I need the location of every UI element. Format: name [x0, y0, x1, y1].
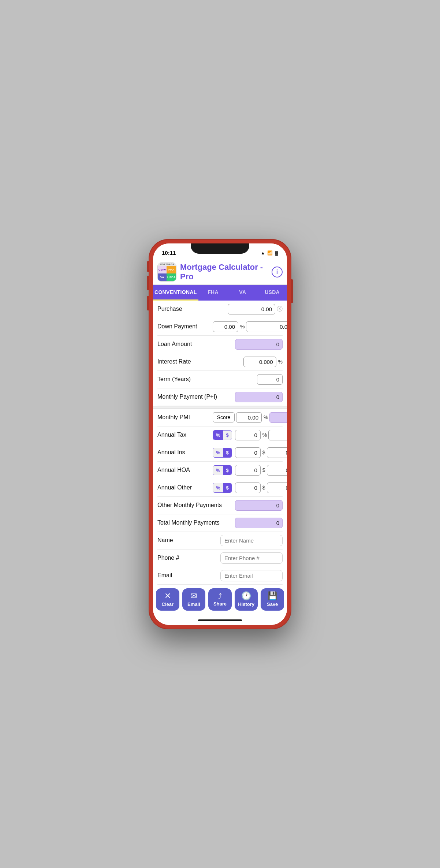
purchase-input[interactable]: 0.00 — [228, 304, 275, 314]
logo-fha: FHA — [167, 266, 176, 273]
down-payment-label: Down Payment — [157, 323, 210, 330]
total-monthly-input: 0 — [235, 518, 283, 528]
email-button[interactable]: ✉ Email — [182, 588, 206, 611]
save-label: Save — [267, 601, 278, 607]
phone-input[interactable] — [220, 552, 283, 564]
form-section-2: Monthly PMI Score 0.00 % 0 Annual Tax % — [153, 409, 287, 585]
logo-top-text: MORTGAGE — [158, 263, 176, 266]
annual-tax-amt-input[interactable]: 0.00 — [268, 430, 287, 440]
ins-pct-toggle[interactable]: % — [213, 448, 223, 457]
annual-ins-suffix: $ — [262, 450, 265, 455]
down-payment-pct-input[interactable]: 0.00 — [213, 321, 238, 332]
annual-other-amt-input[interactable]: 0.00 — [267, 483, 287, 493]
phone-row: Phone # — [157, 550, 283, 567]
loan-amount-inputs: 0 — [213, 339, 283, 350]
status-time: 10:11 — [162, 250, 176, 256]
annual-hoa-val-input[interactable]: 0 — [235, 465, 261, 476]
term-years-input[interactable]: 0 — [257, 374, 283, 385]
annual-ins-val-input[interactable]: 0 — [235, 447, 261, 458]
monthly-pmi-row: Monthly PMI Score 0.00 % 0 — [157, 409, 283, 426]
purchase-row: Purchase 0.00 ⓧ — [157, 301, 283, 318]
interest-rate-inputs: 0.000 % — [213, 357, 283, 367]
annual-hoa-label: Annual HOA — [157, 467, 210, 473]
pmi-amount-input: 0 — [269, 412, 287, 423]
wifi-icon: 📶 — [267, 250, 273, 256]
phone-label: Phone # — [157, 555, 210, 561]
info-button[interactable]: i — [272, 267, 283, 277]
history-icon: 🕐 — [241, 592, 251, 600]
email-inputs — [213, 570, 283, 581]
history-label: History — [238, 601, 254, 607]
annual-other-inputs: % $ 0 $ 0.00 ⓧ — [213, 483, 287, 493]
tax-pct-toggle[interactable]: % — [213, 431, 223, 440]
hoa-dollar-toggle[interactable]: $ — [223, 466, 232, 475]
app-logo: MORTGAGE Conv FHA VA USDA — [157, 262, 176, 282]
annual-ins-amt-input[interactable]: 0.00 — [267, 447, 287, 458]
app-screen: MORTGAGE Conv FHA VA USDA Mortgage Calcu… — [153, 260, 287, 625]
tab-va[interactable]: VA — [228, 285, 257, 301]
annual-hoa-amt-input[interactable]: 0.00 — [267, 465, 287, 476]
tab-conventional[interactable]: CONVENTIONAL — [153, 285, 198, 301]
email-label: Email — [157, 572, 210, 579]
tab-usda[interactable]: USDA — [257, 285, 287, 301]
tax-dollar-toggle[interactable]: $ — [223, 431, 232, 440]
purchase-inputs: 0.00 ⓧ — [213, 304, 283, 314]
other-monthly-inputs: 0 — [224, 500, 283, 511]
annual-tax-row: Annual Tax % $ 0 % 0.00 ⓧ — [157, 426, 283, 444]
save-icon: 💾 — [268, 592, 277, 600]
down-payment-inputs: 0.00 % 0.00 ⓧ — [213, 321, 287, 332]
clear-label: Clear — [162, 601, 174, 607]
share-button[interactable]: ⤴ Share — [208, 588, 232, 611]
email-icon: ✉ — [190, 592, 197, 600]
other-monthly-label: Other Monthly Payments — [157, 502, 222, 508]
monthly-payment-inputs: 0 — [219, 392, 283, 402]
pmi-pct-suffix: % — [264, 414, 268, 420]
mute-button[interactable] — [147, 261, 149, 272]
clear-icon: ✕ — [164, 592, 171, 600]
section-divider-1 — [153, 406, 287, 409]
score-button[interactable]: Score — [213, 412, 235, 422]
annual-ins-label: Annual Ins — [157, 449, 210, 456]
power-button[interactable] — [291, 279, 293, 303]
phone-screen: 10:11 ▲ 📶 ▓ MORTGAGE Conv FHA VA USDA Mo… — [153, 243, 287, 625]
pmi-pct-input[interactable]: 0.00 — [236, 412, 262, 423]
email-input[interactable] — [220, 570, 283, 581]
annual-other-val-input[interactable]: 0 — [235, 483, 261, 493]
history-button[interactable]: 🕐 History — [235, 588, 258, 611]
save-button[interactable]: 💾 Save — [261, 588, 284, 611]
total-monthly-inputs: 0 — [222, 518, 283, 528]
volume-down-button[interactable] — [147, 296, 149, 310]
annual-tax-inputs: % $ 0 % 0.00 ⓧ — [213, 430, 287, 440]
signal-icon: ▲ — [261, 250, 265, 256]
total-monthly-row: Total Monthly Payments 0 — [157, 514, 283, 532]
annual-hoa-inputs: % $ 0 $ 0.00 ⓧ — [213, 465, 287, 476]
other-pct-toggle[interactable]: % — [213, 483, 223, 492]
interest-rate-label: Interest Rate — [157, 358, 210, 365]
annual-hoa-suffix: $ — [262, 467, 265, 473]
ins-dollar-toggle[interactable]: $ — [223, 448, 232, 457]
other-toggle-group: % $ — [213, 483, 232, 493]
down-payment-amt-input[interactable]: 0.00 — [246, 321, 287, 332]
volume-up-button[interactable] — [147, 276, 149, 290]
term-years-label: Term (Years) — [157, 376, 210, 383]
hoa-pct-toggle[interactable]: % — [213, 466, 223, 475]
purchase-clear[interactable]: ⓧ — [277, 305, 283, 313]
annual-other-row: Annual Other % $ 0 $ 0.00 ⓧ — [157, 479, 283, 497]
other-monthly-input: 0 — [235, 500, 283, 511]
other-monthly-row: Other Monthly Payments 0 — [157, 497, 283, 514]
clear-button[interactable]: ✕ Clear — [156, 588, 179, 611]
annual-tax-val-input[interactable]: 0 — [235, 430, 261, 440]
email-row: Email — [157, 567, 283, 585]
interest-rate-row: Interest Rate 0.000 % — [157, 353, 283, 371]
interest-rate-input[interactable]: 0.000 — [243, 357, 276, 367]
app-title: Mortgage Calculator - Pro — [180, 262, 268, 282]
purchase-label: Purchase — [157, 306, 210, 312]
term-years-row: Term (Years) 0 — [157, 371, 283, 388]
logo-usda: USDA — [167, 273, 176, 281]
name-input[interactable] — [220, 535, 283, 546]
other-dollar-toggle[interactable]: $ — [223, 483, 232, 492]
annual-ins-inputs: % $ 0 $ 0.00 ⓧ — [213, 447, 287, 458]
annual-tax-label: Annual Tax — [157, 432, 210, 438]
down-payment-row: Down Payment 0.00 % 0.00 ⓧ — [157, 318, 283, 336]
tab-fha[interactable]: FHA — [198, 285, 228, 301]
